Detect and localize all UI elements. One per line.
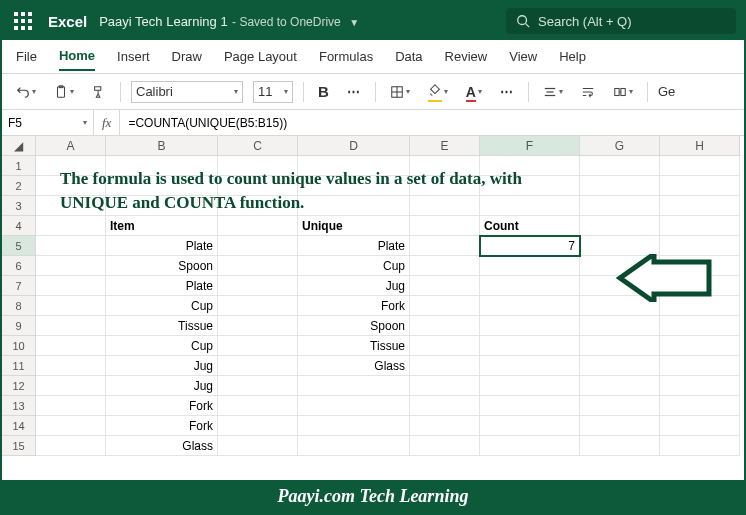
font-size-value: 11 (258, 84, 272, 99)
fx-label[interactable]: fx (94, 110, 120, 135)
header-count[interactable]: Count (480, 216, 580, 236)
col-header[interactable]: F (480, 136, 580, 156)
tab-page-layout[interactable]: Page Layout (224, 43, 297, 70)
tab-draw[interactable]: Draw (172, 43, 202, 70)
tab-home[interactable]: Home (59, 42, 95, 71)
cell-item[interactable]: Plate (106, 276, 218, 296)
more-format-button[interactable]: ⋯ (496, 82, 518, 101)
tab-review[interactable]: Review (445, 43, 488, 70)
row-header[interactable]: 1 (2, 156, 36, 176)
cell-item[interactable]: Jug (106, 376, 218, 396)
col-header[interactable]: B (106, 136, 218, 156)
tab-help[interactable]: Help (559, 43, 586, 70)
col-header[interactable]: A (36, 136, 106, 156)
cell-reference: F5 (8, 116, 22, 130)
col-header[interactable]: E (410, 136, 480, 156)
font-color-button[interactable]: A▾ (462, 82, 486, 102)
cell-count[interactable]: 7 (480, 236, 580, 256)
save-status: - Saved to OneDrive (232, 15, 341, 29)
ribbon-tabs: File Home Insert Draw Page Layout Formul… (2, 40, 744, 74)
tab-insert[interactable]: Insert (117, 43, 150, 70)
cell-item[interactable]: Glass (106, 436, 218, 456)
col-header[interactable]: H (660, 136, 740, 156)
svg-rect-2 (58, 86, 65, 97)
footer-branding: Paayi.com Tech Learning (2, 480, 744, 513)
svg-line-1 (526, 24, 530, 28)
formula-bar[interactable]: =COUNTA(UNIQUE(B5:B15)) (120, 116, 744, 130)
row-header[interactable]: 4 (2, 216, 36, 236)
svg-rect-12 (615, 88, 619, 95)
row-header[interactable]: 10 (2, 336, 36, 356)
document-title[interactable]: Paayi Tech Learning 1 - Saved to OneDriv… (99, 12, 359, 30)
col-header[interactable]: D (298, 136, 410, 156)
col-header[interactable]: G (580, 136, 660, 156)
font-size-select[interactable]: 11▾ (253, 81, 293, 103)
cell-item[interactable]: Cup (106, 296, 218, 316)
row-header[interactable]: 11 (2, 356, 36, 376)
app-name: Excel (48, 13, 87, 30)
cell-unique[interactable]: Jug (298, 276, 410, 296)
search-icon (516, 14, 530, 28)
general-format-button[interactable]: Ge (658, 84, 678, 99)
app-launcher-icon[interactable] (10, 8, 36, 34)
row-header[interactable]: 5 (2, 236, 36, 256)
font-family-value: Calibri (136, 84, 173, 99)
row-header[interactable]: 7 (2, 276, 36, 296)
align-middle-button[interactable]: ▾ (539, 83, 567, 101)
name-box[interactable]: F5▾ (2, 110, 94, 135)
tab-formulas[interactable]: Formulas (319, 43, 373, 70)
cell-item[interactable]: Fork (106, 396, 218, 416)
clipboard-button[interactable]: ▾ (50, 83, 78, 101)
cell-unique[interactable]: Cup (298, 256, 410, 276)
tab-file[interactable]: File (16, 43, 37, 70)
wrap-text-button[interactable] (577, 83, 599, 101)
tab-data[interactable]: Data (395, 43, 422, 70)
row-header[interactable]: 6 (2, 256, 36, 276)
header-unique[interactable]: Unique (298, 216, 410, 236)
undo-button[interactable]: ▾ (12, 83, 40, 101)
chevron-down-icon: ▼ (349, 17, 359, 28)
col-header[interactable]: C (218, 136, 298, 156)
cell-unique[interactable]: Fork (298, 296, 410, 316)
cell-unique[interactable]: Tissue (298, 336, 410, 356)
cell-item[interactable]: Spoon (106, 256, 218, 276)
cell-item[interactable]: Fork (106, 416, 218, 436)
select-all-corner[interactable]: ◢ (2, 136, 36, 156)
cell-item[interactable]: Jug (106, 356, 218, 376)
row-header[interactable]: 2 (2, 176, 36, 196)
row-header[interactable]: 12 (2, 376, 36, 396)
search-placeholder: Search (Alt + Q) (538, 14, 632, 29)
merge-button[interactable]: ▾ (609, 83, 637, 101)
formula-bar-row: F5▾ fx =COUNTA(UNIQUE(B5:B15)) (2, 110, 744, 136)
cell-item[interactable]: Plate (106, 236, 218, 256)
format-painter-button[interactable] (88, 83, 110, 101)
row-header[interactable]: 3 (2, 196, 36, 216)
row-header[interactable]: 15 (2, 436, 36, 456)
cell-item[interactable]: Cup (106, 336, 218, 356)
cell-unique[interactable]: Glass (298, 356, 410, 376)
cell[interactable] (36, 156, 106, 176)
row-header[interactable]: 14 (2, 416, 36, 436)
font-family-select[interactable]: Calibri▾ (131, 81, 243, 103)
arrow-annotation-icon (614, 254, 714, 302)
tab-view[interactable]: View (509, 43, 537, 70)
svg-rect-13 (621, 88, 625, 95)
search-input[interactable]: Search (Alt + Q) (506, 8, 736, 34)
more-font-button[interactable]: ⋯ (343, 82, 365, 101)
cell-item[interactable]: Tissue (106, 316, 218, 336)
cell-unique[interactable]: Plate (298, 236, 410, 256)
ribbon-toolbar: ▾ ▾ Calibri▾ 11▾ B ⋯ ▾ ▾ A▾ ⋯ ▾ ▾ Ge (2, 74, 744, 110)
row-header[interactable]: 9 (2, 316, 36, 336)
borders-button[interactable]: ▾ (386, 83, 414, 101)
fill-color-button[interactable]: ▾ (424, 81, 452, 102)
cell-unique[interactable]: Spoon (298, 316, 410, 336)
bold-button[interactable]: B (314, 81, 333, 102)
header-item[interactable]: Item (106, 216, 218, 236)
row-header[interactable]: 8 (2, 296, 36, 316)
title-bar: Excel Paayi Tech Learning 1 - Saved to O… (2, 2, 744, 40)
svg-point-0 (518, 16, 527, 25)
row-header[interactable]: 13 (2, 396, 36, 416)
doc-name: Paayi Tech Learning 1 (99, 14, 227, 29)
